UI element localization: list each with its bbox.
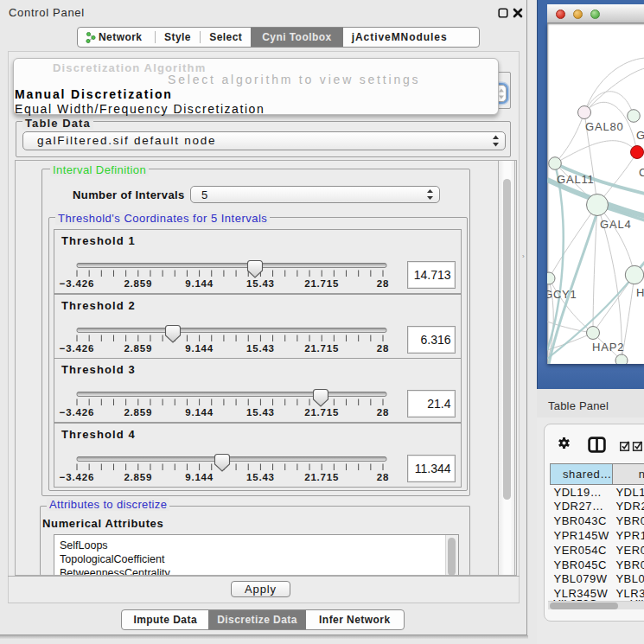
svg-text:GAL4: GAL4 [600,218,631,231]
svg-text:GA: GA [636,129,644,142]
svg-text:C: C [639,166,644,179]
svg-text:GCY1: GCY1 [547,288,577,301]
svg-text:GAL11: GAL11 [557,173,595,186]
svg-text:HAP2: HAP2 [592,341,624,354]
svg-text:H: H [636,286,644,299]
svg-text:GAL80: GAL80 [585,120,623,133]
